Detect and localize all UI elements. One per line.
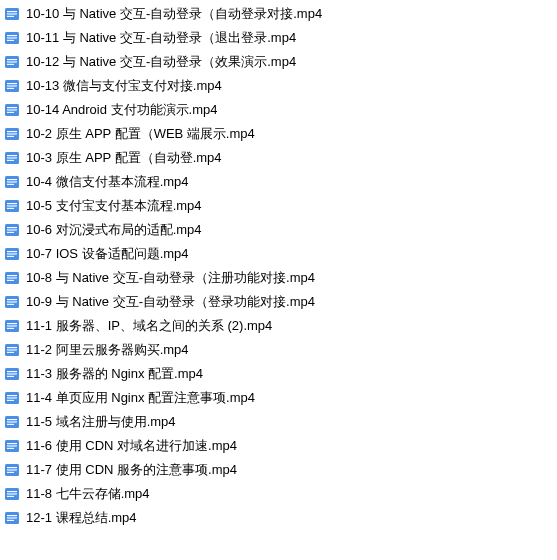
- file-name: 10-13 微信与支付宝支付对接.mp4: [26, 77, 222, 95]
- file-name: 10-11 与 Native 交互-自动登录（退出登录.mp4: [26, 29, 296, 47]
- file-name: 11-2 阿里云服务器购买.mp4: [26, 341, 189, 359]
- video-file-icon: [4, 510, 20, 526]
- svg-rect-27: [7, 160, 14, 161]
- file-item[interactable]: 11-6 使用 CDN 对域名进行加速.mp4: [4, 434, 553, 458]
- file-name: 11-6 使用 CDN 对域名进行加速.mp4: [26, 437, 237, 455]
- video-file-icon: [4, 318, 20, 334]
- svg-rect-6: [7, 37, 17, 38]
- file-item[interactable]: 10-6 对沉浸式布局的适配.mp4: [4, 218, 553, 242]
- svg-rect-43: [7, 256, 14, 257]
- svg-rect-31: [7, 184, 14, 185]
- file-item[interactable]: 11-1 服务器、IP、域名之间的关系 (2).mp4: [4, 314, 553, 338]
- svg-rect-59: [7, 352, 14, 353]
- file-item[interactable]: 10-11 与 Native 交互-自动登录（退出登录.mp4: [4, 26, 553, 50]
- file-name: 11-1 服务器、IP、域名之间的关系 (2).mp4: [26, 317, 272, 335]
- video-file-icon: [4, 150, 20, 166]
- svg-rect-77: [7, 467, 17, 468]
- svg-rect-39: [7, 232, 14, 233]
- svg-rect-83: [7, 496, 14, 497]
- file-item[interactable]: 11-8 七牛云存储.mp4: [4, 482, 553, 506]
- svg-rect-14: [7, 85, 17, 86]
- file-item[interactable]: 11-2 阿里云服务器购买.mp4: [4, 338, 553, 362]
- video-file-icon: [4, 462, 20, 478]
- file-item[interactable]: 11-3 服务器的 Nginx 配置.mp4: [4, 362, 553, 386]
- file-name: 10-5 支付宝支付基本流程.mp4: [26, 197, 202, 215]
- video-file-icon: [4, 246, 20, 262]
- svg-rect-58: [7, 349, 17, 350]
- svg-rect-37: [7, 227, 17, 228]
- svg-rect-5: [7, 35, 17, 36]
- file-name: 10-12 与 Native 交互-自动登录（效果演示.mp4: [26, 53, 296, 71]
- video-file-icon: [4, 366, 20, 382]
- svg-rect-29: [7, 179, 17, 180]
- file-item[interactable]: 10-8 与 Native 交互-自动登录（注册功能对接.mp4: [4, 266, 553, 290]
- file-item[interactable]: 10-5 支付宝支付基本流程.mp4: [4, 194, 553, 218]
- svg-rect-38: [7, 229, 17, 230]
- svg-rect-85: [7, 515, 17, 516]
- file-name: 11-7 使用 CDN 服务的注意事项.mp4: [26, 461, 237, 479]
- svg-rect-71: [7, 424, 14, 425]
- file-item[interactable]: 10-9 与 Native 交互-自动登录（登录功能对接.mp4: [4, 290, 553, 314]
- file-name: 10-4 微信支付基本流程.mp4: [26, 173, 189, 191]
- svg-rect-55: [7, 328, 14, 329]
- file-item[interactable]: 10-14 Android 支付功能演示.mp4: [4, 98, 553, 122]
- file-item[interactable]: 10-13 微信与支付宝支付对接.mp4: [4, 74, 553, 98]
- video-file-icon: [4, 486, 20, 502]
- file-name: 10-3 原生 APP 配置（自动登.mp4: [26, 149, 222, 167]
- svg-rect-67: [7, 400, 14, 401]
- svg-rect-13: [7, 83, 17, 84]
- video-file-icon: [4, 390, 20, 406]
- svg-rect-21: [7, 131, 17, 132]
- svg-rect-41: [7, 251, 17, 252]
- file-name: 10-7 IOS 设备适配问题.mp4: [26, 245, 189, 263]
- svg-rect-78: [7, 469, 17, 470]
- file-name: 10-2 原生 APP 配置（WEB 端展示.mp4: [26, 125, 255, 143]
- file-name: 11-5 域名注册与使用.mp4: [26, 413, 176, 431]
- svg-rect-15: [7, 88, 14, 89]
- file-item[interactable]: 10-7 IOS 设备适配问题.mp4: [4, 242, 553, 266]
- svg-rect-79: [7, 472, 14, 473]
- svg-rect-86: [7, 517, 17, 518]
- svg-rect-50: [7, 301, 17, 302]
- svg-rect-11: [7, 64, 14, 65]
- video-file-icon: [4, 78, 20, 94]
- file-item[interactable]: 11-4 单页应用 Nginx 配置注意事项.mp4: [4, 386, 553, 410]
- svg-rect-34: [7, 205, 17, 206]
- video-file-icon: [4, 414, 20, 430]
- svg-rect-17: [7, 107, 17, 108]
- svg-rect-81: [7, 491, 17, 492]
- file-item[interactable]: 10-10 与 Native 交互-自动登录（自动登录对接.mp4: [4, 2, 553, 26]
- svg-rect-30: [7, 181, 17, 182]
- svg-rect-3: [7, 16, 14, 17]
- svg-rect-82: [7, 493, 17, 494]
- svg-rect-51: [7, 304, 14, 305]
- file-item[interactable]: 10-3 原生 APP 配置（自动登.mp4: [4, 146, 553, 170]
- svg-rect-18: [7, 109, 17, 110]
- svg-rect-7: [7, 40, 14, 41]
- video-file-icon: [4, 30, 20, 46]
- video-file-icon: [4, 270, 20, 286]
- svg-rect-33: [7, 203, 17, 204]
- svg-rect-22: [7, 133, 17, 134]
- file-item[interactable]: 10-2 原生 APP 配置（WEB 端展示.mp4: [4, 122, 553, 146]
- file-name: 10-6 对沉浸式布局的适配.mp4: [26, 221, 202, 239]
- file-name: 10-8 与 Native 交互-自动登录（注册功能对接.mp4: [26, 269, 315, 287]
- file-name: 11-8 七牛云存储.mp4: [26, 485, 150, 503]
- video-file-icon: [4, 174, 20, 190]
- file-item[interactable]: 12-1 课程总结.mp4: [4, 506, 553, 530]
- file-name: 10-14 Android 支付功能演示.mp4: [26, 101, 217, 119]
- svg-rect-53: [7, 323, 17, 324]
- file-item[interactable]: 11-7 使用 CDN 服务的注意事项.mp4: [4, 458, 553, 482]
- svg-rect-9: [7, 59, 17, 60]
- file-item[interactable]: 10-12 与 Native 交互-自动登录（效果演示.mp4: [4, 50, 553, 74]
- svg-rect-26: [7, 157, 17, 158]
- video-file-icon: [4, 6, 20, 22]
- file-item[interactable]: 11-5 域名注册与使用.mp4: [4, 410, 553, 434]
- svg-rect-10: [7, 61, 17, 62]
- file-name: 12-1 课程总结.mp4: [26, 509, 137, 527]
- svg-rect-57: [7, 347, 17, 348]
- file-name: 10-9 与 Native 交互-自动登录（登录功能对接.mp4: [26, 293, 315, 311]
- file-item[interactable]: 10-4 微信支付基本流程.mp4: [4, 170, 553, 194]
- svg-rect-61: [7, 371, 17, 372]
- svg-rect-49: [7, 299, 17, 300]
